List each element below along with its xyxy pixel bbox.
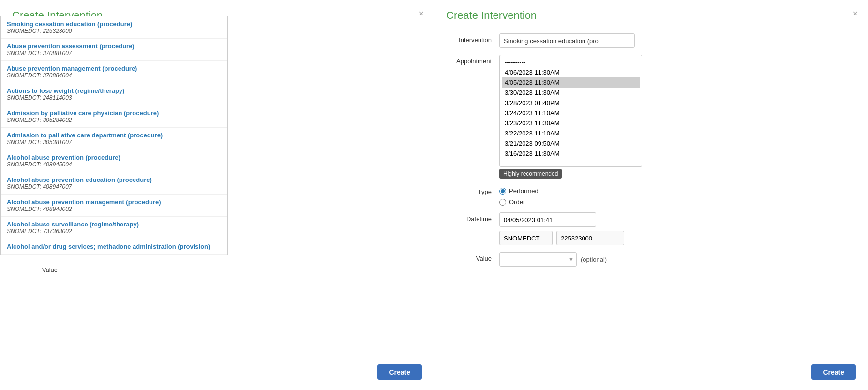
type-performed-label: Performed	[509, 187, 539, 195]
right-appointment-control: ---------- 4/06/2023 11:30AM 4/05/2023 1…	[499, 55, 856, 179]
appointment-option-1[interactable]: 4/05/2023 11:30AM	[502, 77, 640, 88]
dropdown-item-1[interactable]: Abuse prevention assessment (procedure) …	[1, 39, 227, 61]
right-dialog-title: Create Intervention	[434, 0, 868, 29]
right-appointment-label: Appointment	[446, 55, 499, 65]
left-value-label: Value	[12, 263, 65, 273]
right-intervention-control	[499, 33, 856, 48]
appointment-option-2[interactable]: 3/30/2023 11:30AM	[502, 88, 640, 98]
dropdown-item-code-6: SNOMEDCT: 408945004	[7, 161, 222, 168]
right-code-inputs	[499, 231, 856, 245]
dropdown-item-name-10: Alcohol and/or drug services; methadone …	[7, 243, 222, 250]
right-value-wrap: ▼ (optional)	[499, 252, 856, 267]
appointment-option-0[interactable]: 4/06/2023 11:30AM	[502, 67, 640, 77]
right-value-select-wrap: ▼	[499, 252, 577, 267]
type-performed-radio[interactable]	[499, 188, 506, 195]
dropdown-item-name-6: Alcohol abuse prevention (procedure)	[7, 154, 222, 161]
type-performed-option[interactable]: Performed	[499, 187, 856, 195]
appointment-option-8[interactable]: 3/16/2023 11:30AM	[502, 149, 640, 159]
dropdown-item-code-1: SNOMEDCT: 370881007	[7, 50, 222, 57]
dropdown-item-name-2: Abuse prevention management (procedure)	[7, 65, 222, 72]
right-value-select[interactable]	[499, 252, 577, 267]
right-intervention-input[interactable]	[499, 33, 635, 48]
dropdown-item-0[interactable]: Smoking cessation education (procedure) …	[1, 16, 227, 39]
right-appointment-row: Appointment ---------- 4/06/2023 11:30AM…	[446, 55, 856, 179]
dropdown-item-4[interactable]: Admission by palliative care physician (…	[1, 105, 227, 128]
highly-recommended-badge: Highly recommended	[499, 169, 562, 179]
right-intervention-row: Intervention	[446, 33, 856, 48]
dropdown-item-name-5: Admission to palliative care department …	[7, 132, 222, 139]
dropdown-item-code-3: SNOMEDCT: 248114003	[7, 94, 222, 101]
dropdown-item-code-4: SNOMEDCT: 305284002	[7, 117, 222, 123]
dropdown-item-name-8: Alcohol abuse prevention management (pro…	[7, 198, 222, 206]
dropdown-item-3[interactable]: Actions to lose weight (regime/therapy) …	[1, 83, 227, 105]
right-value-control: ▼ (optional)	[499, 252, 856, 267]
dropdown-item-code-2: SNOMEDCT: 370884004	[7, 72, 222, 79]
appointment-option-3[interactable]: 3/28/2023 01:40PM	[502, 98, 640, 108]
right-optional-label: (optional)	[581, 256, 607, 263]
dropdown-item-code-9: SNOMEDCT: 737363002	[7, 228, 222, 235]
right-appointment-select-box[interactable]: ---------- 4/06/2023 11:30AM 4/05/2023 1…	[499, 55, 642, 167]
type-order-radio[interactable]	[499, 199, 506, 206]
right-close-button[interactable]: ×	[853, 9, 858, 18]
right-datetime-row: Datetime	[446, 212, 856, 245]
right-type-options: Performed Order	[499, 185, 856, 206]
appointment-option-5[interactable]: 3/23/2023 11:30AM	[502, 118, 640, 128]
appointment-option-separator[interactable]: ----------	[502, 57, 640, 67]
right-appointment-select[interactable]: ---------- 4/06/2023 11:30AM 4/05/2023 1…	[500, 55, 642, 166]
left-create-button[interactable]: Create	[377, 364, 422, 380]
left-intervention-dropdown[interactable]: Smoking cessation education (procedure) …	[0, 16, 228, 255]
right-value-row: Value ▼ (optional)	[446, 252, 856, 267]
right-code-value-input[interactable]	[556, 231, 624, 245]
right-value-label: Value	[446, 252, 499, 262]
right-type-row: Type Performed Order	[446, 185, 856, 206]
left-value-row: Value	[12, 263, 422, 273]
right-code-system-input[interactable]	[499, 231, 553, 245]
dropdown-item-name-0: Smoking cessation education (procedure)	[7, 20, 222, 28]
right-create-button[interactable]: Create	[811, 364, 856, 380]
dropdown-item-6[interactable]: Alcohol abuse prevention (procedure) SNO…	[1, 150, 227, 172]
left-intervention-row: Intervention Required Smoking cessation …	[12, 33, 422, 48]
left-dialog: Create Intervention × Intervention Requi…	[0, 0, 434, 390]
dropdown-item-10[interactable]: Alcohol and/or drug services; methadone …	[1, 239, 227, 255]
left-close-button[interactable]: ×	[419, 9, 424, 18]
dropdown-item-code-7: SNOMEDCT: 408947007	[7, 183, 222, 190]
dropdown-item-name-1: Abuse prevention assessment (procedure)	[7, 43, 222, 50]
type-order-label: Order	[509, 198, 525, 206]
dropdown-item-8[interactable]: Alcohol abuse prevention management (pro…	[1, 195, 227, 217]
left-dialog-footer: Create	[377, 364, 422, 380]
right-type-control: Performed Order	[499, 185, 856, 206]
dropdown-item-name-9: Alcohol abuse surveillance (regime/thera…	[7, 221, 222, 228]
appointment-option-6[interactable]: 3/22/2023 11:10AM	[502, 128, 640, 138]
dropdown-item-name-4: Admission by palliative care physician (…	[7, 109, 222, 117]
dropdown-item-name-7: Alcohol abuse prevention education (proc…	[7, 176, 222, 183]
right-type-label: Type	[446, 185, 499, 195]
right-datetime-control	[499, 212, 856, 245]
right-datetime-input[interactable]	[499, 212, 596, 227]
right-dialog-footer: Create	[811, 364, 856, 380]
dropdown-item-code-5: SNOMEDCT: 305381007	[7, 139, 222, 146]
dropdown-item-code-8: SNOMEDCT: 408948002	[7, 206, 222, 212]
appointment-option-4[interactable]: 3/24/2023 11:10AM	[502, 108, 640, 118]
right-dialog: Create Intervention × Intervention Appoi…	[434, 0, 868, 390]
type-order-option[interactable]: Order	[499, 198, 856, 206]
dropdown-item-2[interactable]: Abuse prevention management (procedure) …	[1, 61, 227, 83]
dropdown-item-name-3: Actions to lose weight (regime/therapy)	[7, 87, 222, 94]
left-dialog-body: Intervention Required Smoking cessation …	[0, 29, 434, 290]
dropdown-item-code-0: SNOMEDCT: 225323000	[7, 28, 222, 34]
right-dialog-body: Intervention Appointment ---------- 4/06…	[434, 29, 868, 283]
left-intervention-control: Required Smoking cessation education (pr…	[65, 33, 422, 48]
appointment-option-7[interactable]: 3/21/2023 09:50AM	[502, 138, 640, 149]
right-intervention-label: Intervention	[446, 33, 499, 44]
dropdown-item-9[interactable]: Alcohol abuse surveillance (regime/thera…	[1, 217, 227, 239]
dropdown-item-7[interactable]: Alcohol abuse prevention education (proc…	[1, 172, 227, 195]
right-datetime-label: Datetime	[446, 212, 499, 223]
dropdown-item-5[interactable]: Admission to palliative care department …	[1, 128, 227, 150]
